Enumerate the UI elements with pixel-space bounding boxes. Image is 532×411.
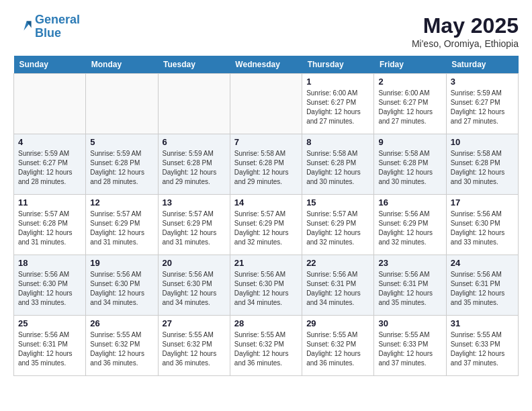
logo-icon	[13, 17, 32, 36]
day-info: Sunrise: 5:56 AMSunset: 6:30 PMDaylight:…	[90, 270, 153, 308]
day-number: 16	[378, 197, 441, 208]
calendar-cell: 2Sunrise: 6:00 AMSunset: 6:27 PMDaylight…	[374, 74, 446, 134]
day-info: Sunrise: 5:58 AMSunset: 6:28 PMDaylight:…	[378, 149, 441, 187]
day-number: 19	[90, 258, 153, 268]
day-info: Sunrise: 5:57 AMSunset: 6:29 PMDaylight:…	[234, 210, 298, 247]
calendar-cell: 27Sunrise: 5:55 AMSunset: 6:32 PMDayligh…	[158, 316, 230, 376]
day-number: 30	[378, 318, 441, 328]
day-info: Sunrise: 5:56 AMSunset: 6:31 PMDaylight:…	[378, 270, 441, 308]
day-number: 18	[18, 258, 81, 268]
day-info: Sunrise: 5:59 AMSunset: 6:28 PMDaylight:…	[163, 149, 226, 187]
col-monday: Monday	[86, 56, 158, 74]
calendar-cell: 10Sunrise: 5:58 AMSunset: 6:28 PMDayligh…	[446, 134, 518, 195]
day-info: Sunrise: 5:55 AMSunset: 6:32 PMDaylight:…	[90, 330, 153, 368]
calendar-week-4: 18Sunrise: 5:56 AMSunset: 6:30 PMDayligh…	[14, 255, 519, 316]
day-info: Sunrise: 5:56 AMSunset: 6:29 PMDaylight:…	[378, 210, 441, 247]
day-number: 10	[451, 137, 514, 147]
calendar-week-1: 1Sunrise: 6:00 AMSunset: 6:27 PMDaylight…	[14, 74, 519, 134]
calendar-cell: 20Sunrise: 5:56 AMSunset: 6:30 PMDayligh…	[158, 255, 230, 316]
day-info: Sunrise: 5:56 AMSunset: 6:31 PMDaylight:…	[451, 270, 514, 308]
day-info: Sunrise: 5:55 AMSunset: 6:33 PMDaylight:…	[378, 330, 441, 368]
calendar-cell: 25Sunrise: 5:56 AMSunset: 6:31 PMDayligh…	[14, 316, 86, 376]
day-info: Sunrise: 5:59 AMSunset: 6:27 PMDaylight:…	[451, 89, 514, 126]
day-number: 20	[163, 258, 226, 268]
day-number: 13	[163, 197, 226, 208]
calendar-cell: 12Sunrise: 5:57 AMSunset: 6:29 PMDayligh…	[86, 195, 158, 255]
calendar-week-3: 11Sunrise: 5:57 AMSunset: 6:28 PMDayligh…	[14, 195, 519, 255]
calendar-cell: 26Sunrise: 5:55 AMSunset: 6:32 PMDayligh…	[86, 316, 158, 376]
day-number: 3	[451, 77, 514, 87]
calendar-cell: 17Sunrise: 5:56 AMSunset: 6:30 PMDayligh…	[446, 195, 518, 255]
day-info: Sunrise: 5:55 AMSunset: 6:32 PMDaylight:…	[234, 330, 298, 368]
day-number: 21	[234, 258, 298, 268]
calendar-cell: 18Sunrise: 5:56 AMSunset: 6:30 PMDayligh…	[14, 255, 86, 316]
calendar-cell: 11Sunrise: 5:57 AMSunset: 6:28 PMDayligh…	[14, 195, 86, 255]
day-info: Sunrise: 6:00 AMSunset: 6:27 PMDaylight:…	[306, 89, 369, 126]
day-number: 27	[163, 318, 226, 328]
day-number: 26	[90, 318, 153, 328]
calendar-cell: 19Sunrise: 5:56 AMSunset: 6:30 PMDayligh…	[86, 255, 158, 316]
calendar-cell: 14Sunrise: 5:57 AMSunset: 6:29 PMDayligh…	[230, 195, 302, 255]
day-number: 1	[306, 77, 369, 87]
day-info: Sunrise: 5:56 AMSunset: 6:31 PMDaylight:…	[306, 270, 369, 308]
day-info: Sunrise: 5:58 AMSunset: 6:28 PMDaylight:…	[234, 149, 298, 187]
calendar-cell: 28Sunrise: 5:55 AMSunset: 6:32 PMDayligh…	[230, 316, 302, 376]
day-number: 25	[18, 318, 81, 328]
calendar-cell: 23Sunrise: 5:56 AMSunset: 6:31 PMDayligh…	[374, 255, 446, 316]
col-saturday: Saturday	[446, 56, 518, 74]
page-header: General Blue May 2025 Mi'eso, Oromiya, E…	[13, 13, 519, 49]
day-number: 9	[378, 137, 441, 147]
day-info: Sunrise: 5:57 AMSunset: 6:29 PMDaylight:…	[90, 210, 153, 247]
day-number: 24	[451, 258, 514, 268]
day-info: Sunrise: 5:58 AMSunset: 6:28 PMDaylight:…	[451, 149, 514, 187]
calendar-cell: 4Sunrise: 5:59 AMSunset: 6:27 PMDaylight…	[14, 134, 86, 195]
calendar-cell: 9Sunrise: 5:58 AMSunset: 6:28 PMDaylight…	[374, 134, 446, 195]
day-info: Sunrise: 5:55 AMSunset: 6:32 PMDaylight:…	[163, 330, 226, 368]
day-info: Sunrise: 5:57 AMSunset: 6:28 PMDaylight:…	[18, 210, 81, 247]
day-number: 29	[306, 318, 369, 328]
logo-text: General Blue	[35, 13, 80, 40]
calendar-cell: 15Sunrise: 5:57 AMSunset: 6:29 PMDayligh…	[302, 195, 374, 255]
col-wednesday: Wednesday	[230, 56, 302, 74]
day-info: Sunrise: 5:57 AMSunset: 6:29 PMDaylight:…	[306, 210, 369, 247]
day-number: 31	[451, 318, 514, 328]
day-info: Sunrise: 5:57 AMSunset: 6:29 PMDaylight:…	[163, 210, 226, 247]
calendar-cell	[86, 74, 158, 134]
day-info: Sunrise: 5:56 AMSunset: 6:31 PMDaylight:…	[18, 330, 81, 368]
day-info: Sunrise: 5:56 AMSunset: 6:30 PMDaylight:…	[163, 270, 226, 308]
calendar-cell: 30Sunrise: 5:55 AMSunset: 6:33 PMDayligh…	[374, 316, 446, 376]
calendar-cell	[158, 74, 230, 134]
calendar-cell: 16Sunrise: 5:56 AMSunset: 6:29 PMDayligh…	[374, 195, 446, 255]
day-info: Sunrise: 6:00 AMSunset: 6:27 PMDaylight:…	[378, 89, 441, 126]
logo: General Blue	[13, 13, 80, 40]
day-info: Sunrise: 5:55 AMSunset: 6:33 PMDaylight:…	[451, 330, 514, 368]
calendar-cell: 21Sunrise: 5:56 AMSunset: 6:30 PMDayligh…	[230, 255, 302, 316]
header-row: Sunday Monday Tuesday Wednesday Thursday…	[14, 56, 519, 74]
day-number: 11	[18, 197, 81, 208]
day-number: 15	[306, 197, 369, 208]
calendar-cell: 8Sunrise: 5:58 AMSunset: 6:28 PMDaylight…	[302, 134, 374, 195]
calendar-cell: 1Sunrise: 6:00 AMSunset: 6:27 PMDaylight…	[302, 74, 374, 134]
day-number: 14	[234, 197, 298, 208]
calendar-cell	[230, 74, 302, 134]
col-friday: Friday	[374, 56, 446, 74]
calendar-cell: 3Sunrise: 5:59 AMSunset: 6:27 PMDaylight…	[446, 74, 518, 134]
day-number: 7	[234, 137, 298, 147]
day-number: 6	[163, 137, 226, 147]
calendar-week-5: 25Sunrise: 5:56 AMSunset: 6:31 PMDayligh…	[14, 316, 519, 376]
calendar-cell: 6Sunrise: 5:59 AMSunset: 6:28 PMDaylight…	[158, 134, 230, 195]
day-number: 28	[234, 318, 298, 328]
calendar-cell: 24Sunrise: 5:56 AMSunset: 6:31 PMDayligh…	[446, 255, 518, 316]
day-number: 2	[378, 77, 441, 87]
day-number: 8	[306, 137, 369, 147]
logo-line1: General	[35, 13, 80, 26]
day-info: Sunrise: 5:55 AMSunset: 6:32 PMDaylight:…	[306, 330, 369, 368]
day-info: Sunrise: 5:59 AMSunset: 6:27 PMDaylight:…	[18, 149, 81, 187]
calendar-cell: 5Sunrise: 5:59 AMSunset: 6:28 PMDaylight…	[86, 134, 158, 195]
day-info: Sunrise: 5:56 AMSunset: 6:30 PMDaylight:…	[234, 270, 298, 308]
location-subtitle: Mi'eso, Oromiya, Ethiopia	[412, 38, 519, 49]
calendar-week-2: 4Sunrise: 5:59 AMSunset: 6:27 PMDaylight…	[14, 134, 519, 195]
calendar-table: Sunday Monday Tuesday Wednesday Thursday…	[13, 56, 519, 376]
day-info: Sunrise: 5:59 AMSunset: 6:28 PMDaylight:…	[90, 149, 153, 187]
col-tuesday: Tuesday	[158, 56, 230, 74]
